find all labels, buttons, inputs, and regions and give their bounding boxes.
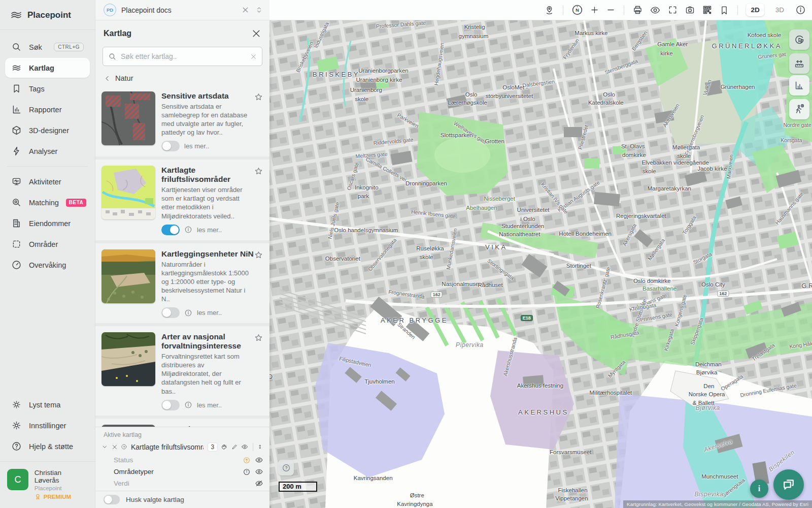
map-toolbar: N 2D 3D — [269, 0, 812, 20]
les-mer-link[interactable]: les mer.. — [197, 226, 222, 234]
document-tab[interactable]: PD Placepoint docs — [95, 0, 269, 20]
remember-toggle[interactable] — [104, 495, 120, 504]
info-button[interactable]: i — [750, 480, 768, 498]
layer-card-list: Sensitive artsdata Sensitive artsdata er… — [95, 85, 269, 427]
basemap — [269, 20, 812, 508]
layer-card-friluftslivsomrader[interactable]: Kartlagte friluftslivsområder Karttjenes… — [95, 156, 269, 240]
circle-up-arrow-icon[interactable] — [243, 456, 251, 464]
visibility-eye-icon[interactable] — [255, 467, 263, 476]
star-icon[interactable] — [254, 167, 263, 176]
les-mer-link[interactable]: les mer.. — [184, 142, 209, 150]
tag-bookmark-icon — [11, 83, 22, 94]
info-circle-icon[interactable] — [795, 5, 806, 15]
layer-toggle[interactable] — [161, 141, 180, 151]
layer-toggle[interactable] — [161, 225, 180, 235]
remove-layer-icon[interactable] — [112, 443, 118, 451]
star-icon[interactable] — [254, 333, 263, 343]
measure-tool-button[interactable] — [789, 53, 809, 74]
sublayer-row-verdi[interactable]: Verdi — [100, 478, 264, 489]
visibility-eye-icon[interactable] — [241, 442, 248, 451]
layer-toggle[interactable] — [161, 400, 180, 410]
sidebar-item-analyser[interactable]: Analyser — [5, 141, 90, 161]
sidebar-item-hjelp[interactable]: Hjelp & støtte — [5, 436, 90, 456]
eye-icon[interactable] — [650, 5, 661, 16]
print-icon[interactable] — [632, 5, 643, 15]
clear-search-icon[interactable] — [250, 53, 257, 60]
sublayer-row-omradetyper[interactable]: Områdetyper T — [100, 466, 264, 478]
layer-description: Karttjenesten viser områder som er kartl… — [161, 185, 254, 220]
layer-help-icon[interactable]: ? — [121, 443, 127, 451]
layer-card-sensitive-artsdata[interactable]: Sensitive artsdata Sensitive artsdata er… — [95, 85, 269, 156]
sidebar-item-tags[interactable]: Tags — [5, 79, 90, 99]
close-tab-icon[interactable] — [241, 6, 250, 14]
chat-button[interactable] — [773, 469, 804, 500]
map-canvas[interactable]: Professor Dahls gateIndustrigataBriskeby… — [269, 20, 812, 508]
dashed-area-icon — [11, 239, 22, 249]
view-3d-button[interactable]: 3D — [771, 4, 789, 16]
sidebar-item-aktiviteter[interactable]: Aktiviteter — [5, 172, 90, 192]
fullscreen-icon[interactable] — [667, 5, 678, 15]
breadcrumb[interactable]: Natur — [95, 69, 269, 85]
sidebar-item-label: Tags — [29, 85, 45, 93]
switch-doc-icon[interactable] — [255, 6, 263, 14]
travel-time-tool-button[interactable] — [789, 99, 809, 119]
scale-bar: 200 m — [279, 482, 317, 492]
qr-code-icon[interactable] — [702, 5, 713, 15]
reorder-arrows-icon[interactable] — [257, 443, 263, 451]
info-icon[interactable] — [184, 309, 192, 317]
sidebar-item-overvaking[interactable]: Overvåking — [5, 255, 90, 275]
visibility-eye-icon[interactable] — [255, 456, 263, 464]
layer-search[interactable] — [103, 47, 262, 66]
layer-search-input[interactable] — [121, 52, 246, 60]
visibility-off-icon[interactable] — [255, 479, 263, 488]
map-select-tool-button[interactable] — [789, 29, 809, 50]
info-icon[interactable] — [184, 401, 192, 409]
layer-toggle[interactable] — [161, 307, 180, 318]
sublayer-row-status[interactable]: Status — [100, 454, 264, 466]
bookmark-icon[interactable] — [719, 5, 729, 15]
star-icon[interactable] — [254, 92, 263, 102]
gear-icon — [11, 420, 22, 431]
layer-card-turrutebasen[interactable]: Turrutebasen Landsdekkende oversikt over… — [95, 416, 269, 427]
share-location-icon[interactable] — [544, 5, 555, 15]
close-panel-icon[interactable] — [251, 28, 261, 39]
sidebar-item-eiendommer[interactable]: Eiendommer — [5, 213, 90, 233]
map-attribution: Kartgrunnlag: Kartverket, Geovekst og ko… — [623, 500, 812, 508]
view-2d-button[interactable]: 2D — [746, 4, 764, 16]
layer-card-arter-nasjonal[interactable]: Arter av nasjonal forvaltningsinteresse … — [95, 323, 269, 415]
chart-tool-button[interactable] — [789, 75, 809, 96]
edit-pen-icon[interactable] — [231, 443, 238, 451]
sidebar-item-innstillinger[interactable]: Innstillinger — [5, 416, 90, 435]
remember-layers-row[interactable]: Husk valgte kartlag — [95, 491, 269, 508]
les-mer-link[interactable]: les mer.. — [197, 401, 222, 409]
sidebar-item-lyst-tema[interactable]: Lyst tema — [5, 395, 90, 415]
compass-icon[interactable]: N — [571, 4, 583, 16]
sidebar-item-sok[interactable]: Søk CTRL+G — [5, 37, 90, 57]
layer-thumbnail — [101, 332, 155, 386]
chevron-down-icon[interactable] — [101, 443, 108, 451]
sidebar-item-label: Eiendommer — [29, 219, 71, 228]
layer-card-nin[interactable]: Kartleggingsenheter NiN Naturområder i k… — [95, 240, 269, 324]
sidebar-item-kartlag[interactable]: Kartlag — [5, 58, 90, 78]
palette-icon[interactable] — [221, 443, 227, 451]
layers-icon — [11, 62, 22, 73]
sidebar-item-matching[interactable]: Matching BETA — [5, 193, 90, 212]
sidebar-item-rapporter[interactable]: Rapporter — [5, 100, 90, 119]
svg-text:N: N — [576, 8, 580, 13]
layer-title: Arter av nasjonal forvaltningsinteresse — [161, 332, 254, 351]
active-layer-row[interactable]: ? Kartlagte friluftslivsområder 3 — [100, 441, 264, 454]
sidebar-item-omrader[interactable]: Områder — [5, 234, 90, 254]
zoom-out-icon[interactable] — [606, 5, 616, 15]
sidebar-item-label: Rapporter — [29, 106, 61, 114]
text-type-icon[interactable]: T — [243, 468, 251, 476]
star-icon[interactable] — [254, 426, 263, 427]
layer-thumbnail — [101, 91, 155, 145]
star-icon[interactable] — [254, 250, 263, 260]
info-icon[interactable] — [184, 226, 192, 234]
user-profile[interactable]: C Christian Løverås Placepoint PREMIUM — [0, 461, 95, 508]
les-mer-link[interactable]: les mer.. — [197, 309, 222, 316]
camera-icon[interactable] — [685, 5, 695, 15]
zoom-in-icon[interactable] — [590, 5, 599, 15]
sidebar-item-3d-designer[interactable]: 3D-designer — [5, 120, 90, 140]
help-button[interactable]: ? — [278, 460, 294, 475]
